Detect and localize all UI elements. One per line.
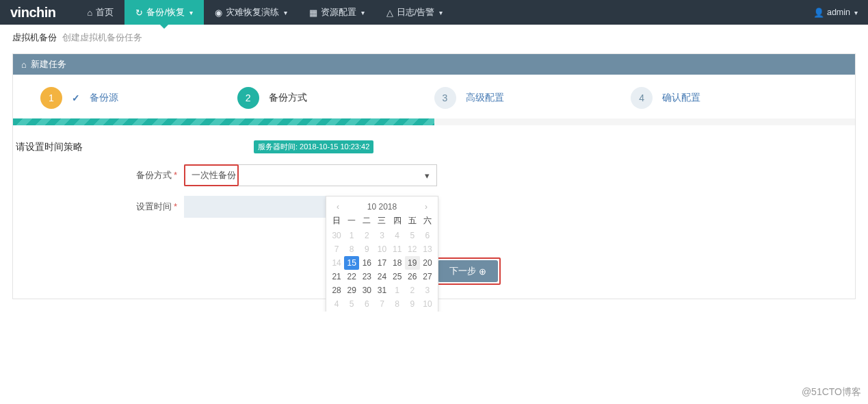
calendar-day[interactable]: 6 (420, 229, 435, 242)
calendar-dow: 一 (344, 213, 359, 229)
calendar-day[interactable]: 19 (405, 256, 420, 270)
calendar-day[interactable]: 9 (405, 297, 420, 311)
grid-icon: ▦ (309, 8, 317, 18)
step-4[interactable]: 4 确认配置 (631, 87, 828, 109)
calendar-next[interactable]: › (421, 202, 431, 212)
next-button[interactable]: 下一步 ⊕ (438, 260, 498, 282)
calendar-day[interactable]: 14 (329, 256, 344, 270)
calendar-day[interactable]: 10 (420, 297, 435, 311)
mode-label: 备份方式 (136, 170, 172, 180)
calendar-day[interactable]: 29 (344, 283, 359, 297)
nav-backup-label: 备份/恢复 (146, 7, 184, 18)
home-icon: ⌂ (21, 60, 27, 70)
calendar-day[interactable]: 31 (374, 283, 389, 297)
breadcrumb-part1: 虚拟机备份 (12, 32, 57, 42)
calendar-dow: 五 (405, 213, 420, 229)
nav-resource[interactable]: ▦ 资源配置 ▾ (298, 0, 376, 25)
home-icon: ⌂ (88, 8, 93, 18)
nav-home[interactable]: ⌂ 首页 (77, 0, 125, 25)
panel-title: 新建任务 (31, 58, 66, 71)
calendar-day[interactable]: 6 (359, 297, 374, 311)
calendar-day[interactable]: 1 (390, 283, 405, 297)
section-title: 请设置时间策略 (16, 141, 83, 153)
calendar-dow: 六 (420, 213, 435, 229)
calendar-day[interactable]: 17 (374, 256, 389, 270)
nav-backup[interactable]: ↻ 备份/恢复 ▾ (124, 0, 203, 25)
server-time-badge: 服务器时间: 2018-10-15 10:23:42 (254, 140, 373, 153)
calendar-day[interactable]: 23 (359, 270, 374, 283)
calendar-day[interactable]: 10 (374, 242, 389, 256)
breadcrumb-part2: 创建虚拟机备份任务 (62, 32, 142, 42)
calendar-day[interactable]: 9 (359, 242, 374, 256)
step-3[interactable]: 3 高级配置 (434, 87, 631, 109)
calendar-title[interactable]: 10 2018 (343, 202, 421, 212)
calendar-day[interactable]: 7 (329, 242, 344, 256)
user-menu[interactable]: 👤 admin ▾ (813, 8, 858, 18)
step-1[interactable]: 1 ✓ 备份源 (40, 87, 237, 109)
chevron-down-icon: ▾ (284, 9, 287, 16)
row-backup-mode: 备份方式* 一次性备份 ▾ (13, 164, 855, 186)
calendar-day[interactable]: 3 (374, 229, 389, 242)
calendar-day[interactable]: 12 (405, 242, 420, 256)
calendar-prev[interactable]: ‹ (333, 202, 343, 212)
step-1-number: 1 (40, 87, 62, 109)
calendar-day[interactable]: 27 (420, 270, 435, 283)
calendar-dow: 二 (359, 213, 374, 229)
annotation-box: 下一步 ⊕ (435, 257, 501, 285)
calendar-popup: ‹ 10 2018 › 日一二三四五六 30123456789101112131… (326, 196, 438, 312)
calendar-grid: 日一二三四五六 30123456789101112131415161718192… (329, 213, 435, 311)
calendar-day[interactable]: 2 (359, 229, 374, 242)
step-4-label: 确认配置 (662, 92, 700, 104)
calendar-day[interactable]: 3 (420, 283, 435, 297)
arrow-right-icon: ⊕ (479, 266, 486, 277)
calendar-day[interactable]: 30 (329, 229, 344, 242)
row-set-time: 设置时间* ✕ ‹ 10 2018 › 日一二 (13, 196, 855, 218)
calendar-day[interactable]: 5 (344, 297, 359, 311)
backup-mode-value: 一次性备份 (192, 169, 236, 181)
dropdown-icon: ▾ (425, 171, 430, 181)
wizard-steps: 1 ✓ 备份源 2 备份方式 3 高级配置 4 确认配置 (13, 75, 855, 116)
calendar-day[interactable]: 22 (344, 270, 359, 283)
chevron-down-icon: ▾ (361, 9, 365, 16)
calendar-day[interactable]: 15 (344, 256, 359, 270)
calendar-day[interactable]: 7 (374, 297, 389, 311)
breadcrumb: 虚拟机备份 创建虚拟机备份任务 (0, 25, 868, 51)
step-2[interactable]: 2 备份方式 (237, 87, 434, 109)
calendar-dow: 四 (390, 213, 405, 229)
step-4-number: 4 (631, 87, 653, 109)
calendar-day[interactable]: 8 (344, 242, 359, 256)
calendar-day[interactable]: 13 (420, 242, 435, 256)
calendar-day[interactable]: 1 (344, 229, 359, 242)
nav-drill-label: 灾难恢复演练 (226, 7, 279, 18)
calendar-day[interactable]: 24 (374, 270, 389, 283)
panel-header: ⌂ 新建任务 (13, 54, 855, 75)
calendar-day[interactable]: 8 (390, 297, 405, 311)
calendar-day[interactable]: 5 (405, 229, 420, 242)
nav-log[interactable]: △ 日志/告警 ▾ (376, 0, 453, 25)
calendar-day[interactable]: 28 (329, 283, 344, 297)
main-nav: ⌂ 首页 ↻ 备份/恢复 ▾ ◉ 灾难恢复演练 ▾ ▦ 资源配置 ▾ △ 日志/… (77, 0, 454, 25)
calendar-day[interactable]: 26 (405, 270, 420, 283)
calendar-day[interactable]: 21 (329, 270, 344, 283)
calendar-day[interactable]: 2 (405, 283, 420, 297)
user-icon: 👤 (813, 8, 824, 18)
nav-drill[interactable]: ◉ 灾难恢复演练 ▾ (204, 0, 298, 25)
calendar-day[interactable]: 4 (329, 297, 344, 311)
progress-fill (13, 118, 434, 125)
calendar-day[interactable]: 16 (359, 256, 374, 270)
nav-home-label: 首页 (96, 7, 114, 18)
calendar-day[interactable]: 18 (390, 256, 405, 270)
calendar-day[interactable]: 30 (359, 283, 374, 297)
user-name: admin (827, 8, 850, 17)
calendar-day[interactable]: 11 (390, 242, 405, 256)
next-label: 下一步 (449, 265, 476, 277)
form-area: 请设置时间策略 服务器时间: 2018-10-15 10:23:42 备份方式*… (13, 125, 855, 248)
calendar-day[interactable]: 25 (390, 270, 405, 283)
nav-log-label: 日志/告警 (397, 7, 434, 18)
calendar-dow: 三 (374, 213, 389, 229)
time-label: 设置时间 (136, 201, 172, 212)
calendar-day[interactable]: 4 (390, 229, 405, 242)
topbar: vinchin ⌂ 首页 ↻ 备份/恢复 ▾ ◉ 灾难恢复演练 ▾ ▦ 资源配置… (0, 0, 868, 25)
calendar-day[interactable]: 20 (420, 256, 435, 270)
backup-mode-select[interactable]: 一次性备份 ▾ (184, 164, 437, 186)
